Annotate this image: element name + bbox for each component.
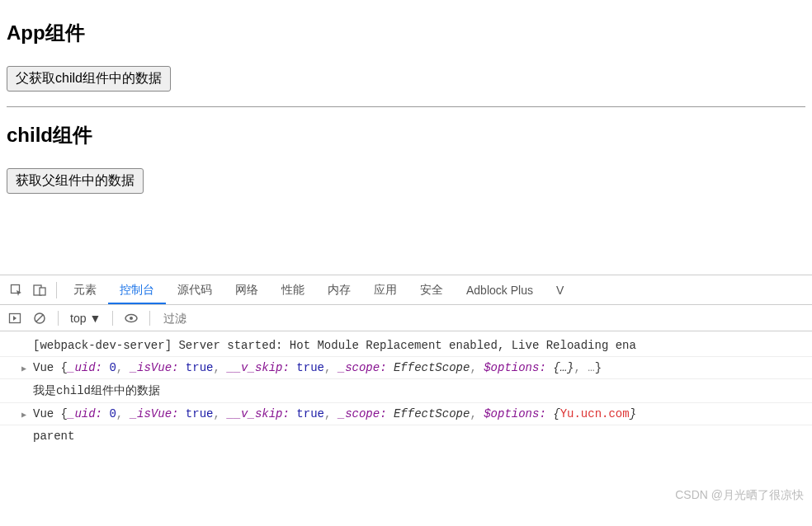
clear-console-icon[interactable]	[30, 308, 50, 328]
page-content: App组件 父获取child组件中的数据 child组件 获取父组件中的数据	[0, 0, 812, 200]
divider	[7, 106, 805, 107]
chevron-down-icon: ▼	[89, 312, 101, 325]
tab-elements[interactable]: 元素	[62, 276, 108, 304]
tab-vue-partial[interactable]: V	[545, 277, 575, 303]
live-expression-icon[interactable]	[121, 308, 141, 328]
tab-performance[interactable]: 性能	[270, 276, 316, 304]
child-heading: child组件	[7, 122, 805, 148]
tab-application[interactable]: 应用	[362, 276, 408, 304]
console-output: [webpack-dev-server] Server started: Hot…	[0, 331, 812, 450]
console-class: Vue	[33, 407, 61, 420]
svg-point-7	[130, 317, 133, 320]
context-selector[interactable]: top ▼	[67, 312, 104, 325]
devtools-panel: 元素 控制台 源代码 网络 性能 内存 应用 安全 Adblock Plus V…	[0, 275, 812, 450]
console-line: parent	[0, 425, 812, 447]
get-child-data-button[interactable]: 父获取child组件中的数据	[7, 66, 171, 92]
console-line: [webpack-dev-server] Server started: Hot…	[0, 335, 812, 357]
console-line-object[interactable]: Vue {_uid: 0, _isVue: true, __v_skip: tr…	[0, 357, 812, 379]
tab-console[interactable]: 控制台	[108, 276, 166, 304]
tabs-divider	[56, 282, 57, 298]
context-label: top	[70, 312, 86, 325]
svg-line-5	[36, 315, 43, 322]
svg-rect-2	[40, 288, 45, 295]
app-heading: App组件	[7, 20, 805, 46]
watermark-text: Yu.ucn.com	[560, 407, 630, 420]
tab-memory[interactable]: 内存	[316, 276, 362, 304]
console-toolbar: top ▼	[0, 305, 812, 331]
tab-sources[interactable]: 源代码	[166, 276, 224, 304]
inspect-element-icon[interactable]	[5, 279, 28, 302]
toolbar-divider-1	[58, 311, 59, 326]
devtools-tabs: 元素 控制台 源代码 网络 性能 内存 应用 安全 Adblock Plus V	[0, 275, 812, 305]
get-parent-data-button[interactable]: 获取父组件中的数据	[7, 168, 144, 194]
tab-adblock[interactable]: Adblock Plus	[455, 277, 545, 303]
device-toolbar-icon[interactable]	[28, 279, 51, 302]
toolbar-divider-3	[149, 311, 150, 326]
tab-security[interactable]: 安全	[408, 276, 455, 304]
console-class: Vue	[33, 361, 61, 374]
console-line: 我是child组件中的数据	[0, 379, 812, 403]
tab-network[interactable]: 网络	[224, 276, 270, 304]
console-line-object[interactable]: Vue {_uid: 0, _isVue: true, __v_skip: tr…	[0, 403, 812, 425]
console-filter-input[interactable]	[158, 310, 807, 326]
toggle-sidebar-icon[interactable]	[5, 308, 25, 328]
toolbar-divider-2	[112, 311, 113, 326]
